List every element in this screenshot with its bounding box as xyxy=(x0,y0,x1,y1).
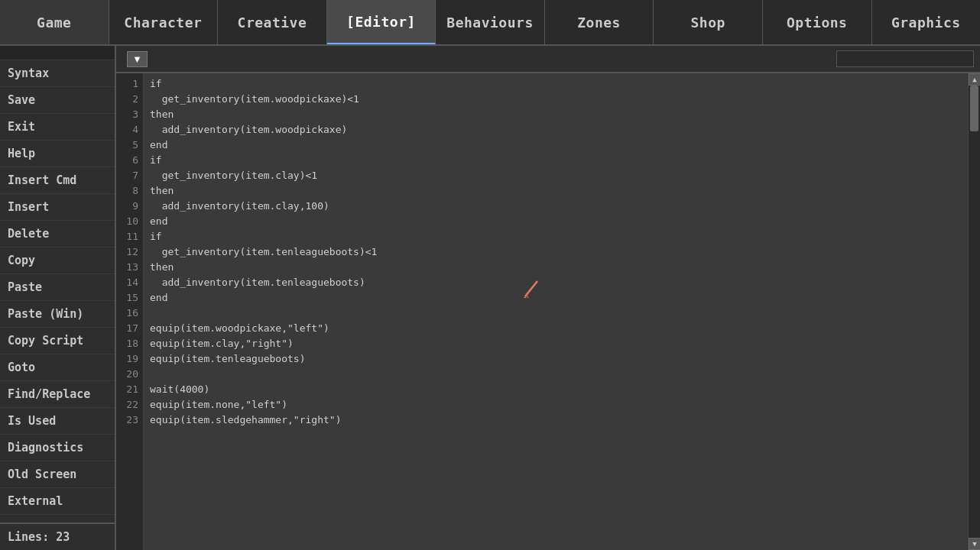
code-editor[interactable]: if get_inventory(item.woodpickaxe)<1then… xyxy=(144,73,968,550)
sidebar-item-insert[interactable]: Insert xyxy=(0,194,115,221)
code-line-2: get_inventory(item.woodpickaxe)<1 xyxy=(150,92,962,107)
scrollbar-up-button[interactable]: ▲ xyxy=(969,73,980,86)
script-dropdown-button[interactable]: ▼ xyxy=(127,51,148,67)
sidebar-new-header[interactable] xyxy=(0,46,115,60)
code-line-16 xyxy=(150,306,962,321)
nav-tab-zones[interactable]: Zones xyxy=(545,0,654,44)
code-line-11: if xyxy=(150,229,962,244)
scrollbar-track[interactable] xyxy=(969,86,980,538)
code-container: 1234567891011121314151617181920212223 if… xyxy=(116,73,980,550)
top-navigation: GameCharacterCreative[Editor]BehavioursZ… xyxy=(0,0,980,46)
code-line-19: equip(item.tenleagueboots) xyxy=(150,351,962,367)
line-number-12: 12 xyxy=(116,244,143,260)
line-number-16: 16 xyxy=(116,306,143,321)
lines-count: Lines: 23 xyxy=(0,522,115,550)
nav-tab-editor[interactable]: [Editor] xyxy=(327,0,436,44)
line-number-17: 17 xyxy=(116,321,143,336)
line-number-11: 11 xyxy=(116,229,143,244)
nav-tab-shop[interactable]: Shop xyxy=(654,0,763,44)
code-line-8: then xyxy=(150,183,962,199)
code-line-23: equip(item.sledgehammer,"right") xyxy=(150,412,962,428)
line-number-18: 18 xyxy=(116,336,143,351)
sidebar-item-copy-script[interactable]: Copy Script xyxy=(0,328,115,354)
code-line-9: add_inventory(item.clay,100) xyxy=(150,199,962,214)
scrollbar-thumb[interactable] xyxy=(970,86,978,131)
editor-area: ▼ 1234567891011121314151617181920212223 … xyxy=(116,46,980,550)
nav-tab-options[interactable]: Options xyxy=(763,0,872,44)
alias-input[interactable] xyxy=(836,50,974,67)
line-number-23: 23 xyxy=(116,412,143,428)
line-number-1: 1 xyxy=(116,76,143,92)
sidebar-item-find-replace[interactable]: Find/Replace xyxy=(0,381,115,408)
line-number-22: 22 xyxy=(116,397,143,412)
nav-tab-game[interactable]: Game xyxy=(0,0,109,44)
line-number-5: 5 xyxy=(116,138,143,153)
code-line-14: add_inventory(item.tenleagueboots) xyxy=(150,275,962,290)
line-number-6: 6 xyxy=(116,153,143,168)
nav-tab-graphics[interactable]: Graphics xyxy=(872,0,981,44)
line-number-14: 14 xyxy=(116,275,143,290)
sidebar-item-insert-cmd[interactable]: Insert Cmd xyxy=(0,167,115,194)
sidebar: SyntaxSaveExitHelpInsert CmdInsertDelete… xyxy=(0,46,116,550)
sidebar-item-exit[interactable]: Exit xyxy=(0,114,115,141)
line-number-19: 19 xyxy=(116,351,143,367)
sidebar-item-paste-win[interactable]: Paste (Win) xyxy=(0,301,115,328)
sidebar-item-diagnostics[interactable]: Diagnostics xyxy=(0,435,115,461)
scrollbar-down-button[interactable]: ▼ xyxy=(969,538,980,550)
line-number-20: 20 xyxy=(116,367,143,382)
line-number-7: 7 xyxy=(116,168,143,183)
line-number-15: 15 xyxy=(116,290,143,306)
sidebar-item-old-screen[interactable]: Old Screen xyxy=(0,461,115,488)
code-line-10: end xyxy=(150,214,962,229)
sidebar-item-external[interactable]: External xyxy=(0,488,115,515)
sidebar-item-copy[interactable]: Copy xyxy=(0,247,115,274)
line-number-13: 13 xyxy=(116,260,143,275)
line-number-8: 8 xyxy=(116,183,143,199)
code-line-21: wait(4000) xyxy=(150,382,962,397)
code-line-1: if xyxy=(150,76,962,92)
nav-tab-creative[interactable]: Creative xyxy=(218,0,327,44)
sidebar-item-paste[interactable]: Paste xyxy=(0,274,115,301)
line-number-9: 9 xyxy=(116,199,143,214)
sidebar-item-is-used[interactable]: Is Used xyxy=(0,408,115,435)
code-line-15: end xyxy=(150,290,962,306)
sidebar-item-syntax[interactable]: Syntax xyxy=(0,60,115,87)
nav-tab-behaviours[interactable]: Behaviours xyxy=(436,0,545,44)
code-line-20 xyxy=(150,367,962,382)
line-number-10: 10 xyxy=(116,214,143,229)
code-line-18: equip(item.clay,"right") xyxy=(150,336,962,351)
script-name-bar: ▼ xyxy=(116,46,980,73)
sidebar-item-delete[interactable]: Delete xyxy=(0,221,115,247)
line-number-4: 4 xyxy=(116,122,143,138)
sidebar-item-goto[interactable]: Goto xyxy=(0,354,115,381)
nav-tab-character[interactable]: Character xyxy=(109,0,219,44)
code-line-17: equip(item.woodpickaxe,"left") xyxy=(150,321,962,336)
sidebar-item-help[interactable]: Help xyxy=(0,141,115,167)
code-line-12: get_inventory(item.tenleagueboots)<1 xyxy=(150,244,962,260)
scrollbar: ▲ ▼ xyxy=(968,73,980,550)
code-line-7: get_inventory(item.clay)<1 xyxy=(150,168,962,183)
code-line-5: end xyxy=(150,138,962,153)
main-layout: SyntaxSaveExitHelpInsert CmdInsertDelete… xyxy=(0,46,980,550)
code-line-13: then xyxy=(150,260,962,275)
line-number-2: 2 xyxy=(116,92,143,107)
code-line-3: then xyxy=(150,107,962,122)
line-numbers: 1234567891011121314151617181920212223 xyxy=(116,73,144,550)
code-line-6: if xyxy=(150,153,962,168)
code-line-4: add_inventory(item.woodpickaxe) xyxy=(150,122,962,138)
line-number-21: 21 xyxy=(116,382,143,397)
code-line-22: equip(item.none,"left") xyxy=(150,397,962,412)
line-number-3: 3 xyxy=(116,107,143,122)
sidebar-item-save[interactable]: Save xyxy=(0,87,115,114)
